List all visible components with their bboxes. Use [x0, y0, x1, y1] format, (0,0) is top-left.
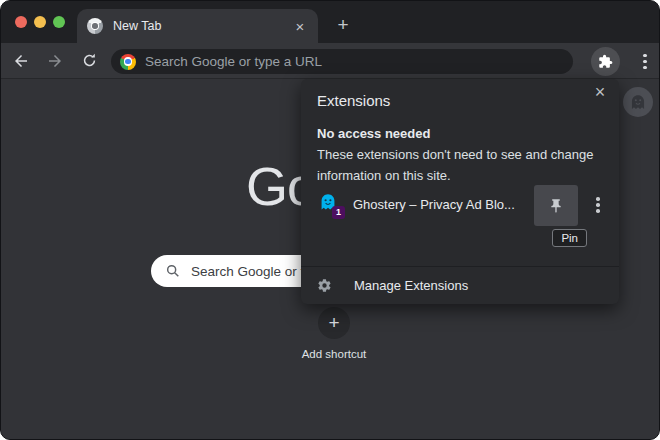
search-icon: [165, 263, 181, 279]
back-button[interactable]: [7, 47, 35, 75]
extension-badge: 1: [332, 206, 345, 219]
titlebar: New Tab × +: [1, 1, 659, 43]
popup-title: Extensions: [317, 92, 390, 109]
pushpin-icon: [548, 198, 564, 214]
tab-title: New Tab: [113, 19, 292, 33]
chrome-favicon-color-icon: [120, 54, 136, 70]
pin-tooltip: Pin: [552, 229, 587, 247]
tab-close-icon[interactable]: ×: [292, 19, 308, 34]
forward-arrow-icon: [46, 52, 64, 70]
minimize-window-button[interactable]: [34, 16, 46, 28]
kebab-menu-icon: [596, 197, 600, 213]
zoom-window-button[interactable]: [53, 16, 65, 28]
extension-options-button[interactable]: [585, 191, 611, 219]
popup-section-body: These extensions don't need to see and c…: [317, 145, 607, 186]
extension-row-ghostery[interactable]: 1 Ghostery – Privacy Ad Blo...: [301, 184, 619, 226]
forward-button[interactable]: [41, 47, 69, 75]
extension-name: Ghostery – Privacy Ad Blo...: [353, 197, 515, 212]
chrome-favicon-gray-icon: [87, 18, 103, 34]
close-window-button[interactable]: [15, 16, 27, 28]
new-tab-button[interactable]: +: [331, 13, 355, 37]
puzzle-icon: [598, 54, 613, 69]
add-shortcut-label: Add shortcut: [284, 348, 384, 360]
browser-window: New Tab × + Search Google or type a URL: [0, 0, 660, 440]
ghost-avatar-icon: [627, 91, 649, 113]
kebab-menu-icon: [643, 54, 647, 70]
pin-extension-button[interactable]: [534, 185, 578, 226]
ghostery-icon: 1: [317, 192, 343, 218]
omnibox[interactable]: Search Google or type a URL: [111, 49, 573, 74]
popup-section-heading: No access needed: [317, 126, 430, 141]
add-shortcut-plus-icon[interactable]: +: [318, 307, 350, 339]
profile-avatar[interactable]: [623, 87, 653, 117]
extensions-popup: × Extensions No access needed These exte…: [301, 79, 619, 304]
omnibox-placeholder: Search Google or type a URL: [145, 54, 322, 69]
add-shortcut[interactable]: + Add shortcut: [284, 307, 384, 360]
manage-extensions-item[interactable]: Manage Extensions: [301, 267, 619, 304]
back-arrow-icon: [12, 52, 30, 70]
browser-menu-button[interactable]: [631, 47, 659, 76]
popup-close-icon[interactable]: ×: [591, 82, 609, 103]
extensions-toolbar-button[interactable]: [591, 47, 620, 76]
toolbar: Search Google or type a URL: [1, 43, 659, 79]
tab-new-tab[interactable]: New Tab ×: [77, 9, 318, 43]
gear-icon: [317, 278, 332, 293]
manage-extensions-label: Manage Extensions: [354, 278, 468, 293]
reload-icon: [81, 52, 98, 69]
reload-button[interactable]: [75, 47, 103, 75]
